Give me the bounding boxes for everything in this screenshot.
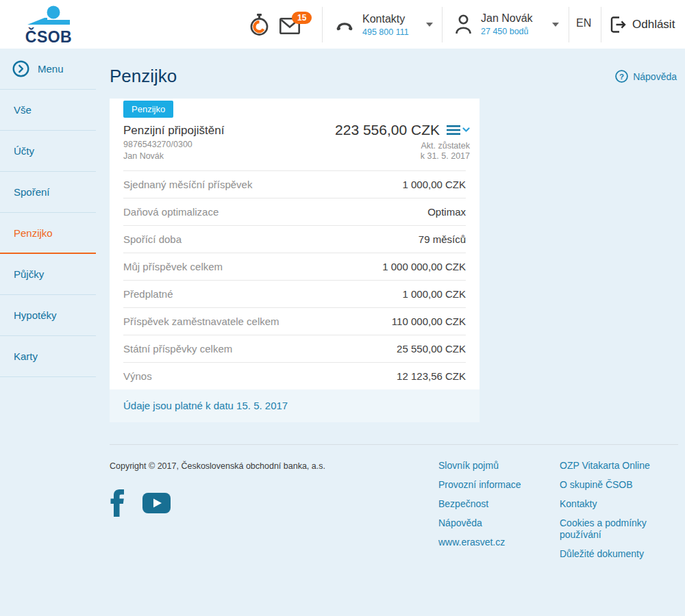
row-label: Předplatné: [123, 288, 173, 300]
csob-logo-figure-icon: [26, 5, 71, 26]
row-value: 1 000 000,00 CZK: [382, 261, 466, 272]
sidebar-item-ucty[interactable]: Účty: [0, 131, 96, 172]
row-label: Spořící doba: [123, 233, 182, 245]
detail-row: Výnos 12 123,56 CZK: [123, 362, 466, 389]
card-header: Penzijní připojištění 9876543270/0300 Ja…: [110, 118, 480, 170]
help-label: Nápověda: [633, 71, 677, 82]
csob-logo-text: ČSOB: [25, 29, 73, 45]
row-value: 79 měsíců: [419, 233, 466, 245]
sidebar-item-label: Půjčky: [14, 268, 44, 280]
sidebar-item-hypoteky[interactable]: Hypotéky: [0, 295, 96, 336]
row-value: 110 000,00 CZK: [392, 316, 466, 327]
footer: Copyright © 2017, Československá obchodn…: [110, 444, 678, 567]
footer-link[interactable]: Kontakty: [560, 498, 678, 510]
sidebar-item-pujcky[interactable]: Půjčky: [0, 254, 96, 295]
footer-links-column-2: OZP Vitakarta Online O skupině ČSOB Kont…: [560, 445, 678, 567]
inbox-messages-button[interactable]: 15: [279, 12, 315, 36]
detail-rows: Sjednaný měsíční příspěvek 1 000,00 CZK …: [110, 170, 480, 389]
footer-link[interactable]: Slovník pojmů: [438, 460, 560, 472]
header-divider: [601, 7, 601, 42]
balance-caption-date: k 31. 5. 2017: [421, 151, 470, 162]
sidebar-item-sporeni[interactable]: Spoření: [0, 172, 96, 213]
menu-expand-icon: [12, 60, 29, 77]
footer-link[interactable]: Bezpečnost: [438, 498, 560, 510]
sidebar-item-label: Účty: [14, 145, 34, 157]
footer-link[interactable]: Důležité dokumenty: [560, 548, 678, 560]
footer-left: Copyright © 2017, Československá obchodn…: [110, 445, 438, 567]
sidebar-item-penzijko[interactable]: Penzijko: [0, 213, 96, 254]
row-label: Příspěvek zaměstnavatele celkem: [123, 316, 279, 327]
facebook-icon[interactable]: [110, 489, 125, 517]
language-switch[interactable]: EN: [576, 17, 591, 29]
unread-count-badge: 15: [292, 12, 312, 24]
footer-link[interactable]: O skupině ČSOB: [560, 479, 678, 491]
contacts-phone-number: 495 800 111: [362, 27, 409, 37]
row-value: 1 000,00 CZK: [402, 179, 466, 190]
validity-note: Údaje jsou platné k datu 15. 5. 2017: [110, 389, 480, 422]
sidebar-menu-label: Menu: [38, 63, 64, 75]
logout-icon: [610, 16, 627, 34]
help-link[interactable]: ? Nápověda: [615, 70, 677, 83]
user-name: Jan Novák: [481, 12, 533, 25]
row-label: Výnos: [123, 370, 152, 382]
sidebar-item-label: Hypotéky: [14, 309, 57, 321]
user-menu-dropdown[interactable]: Jan Novák 27 450 bodů: [455, 12, 533, 37]
detail-row: Sjednaný měsíční příspěvek 1 000,00 CZK: [123, 170, 466, 198]
hamburger-icon: [447, 125, 460, 136]
detail-row: Předplatné 1 000,00 CZK: [123, 280, 466, 307]
social-icons: [110, 489, 438, 517]
row-label: Daňová optimalizace: [123, 206, 219, 218]
user-points: 27 450 bodů: [481, 27, 529, 36]
pension-product-card: Penzijko Penzijní připojištění 987654327…: [110, 99, 480, 422]
product-type-badge: Penzijko: [123, 101, 173, 118]
footer-link[interactable]: www.erasvet.cz: [438, 537, 560, 548]
footer-link[interactable]: Nápověda: [438, 517, 560, 529]
sidebar-item-karty[interactable]: Karty: [0, 336, 96, 377]
balance-caption: Akt. zůstatek: [421, 141, 470, 151]
main-content: Penzijko ? Nápověda Penzijko Penzijní př…: [96, 49, 685, 616]
sidebar-item-label: Vše: [14, 104, 32, 116]
header-divider: [442, 7, 443, 42]
user-caret-icon[interactable]: [552, 23, 559, 27]
sidebar-item-label: Spoření: [14, 186, 50, 198]
chevron-down-icon: [462, 127, 470, 133]
csob-logo[interactable]: ČSOB: [25, 5, 73, 45]
card-actions-menu[interactable]: [447, 125, 470, 136]
logout-button[interactable]: Odhlásit: [610, 16, 675, 34]
contacts-dropdown[interactable]: Kontakty 495 800 111: [336, 12, 409, 38]
contacts-caret-icon[interactable]: [426, 23, 433, 27]
row-value: Optimax: [427, 206, 466, 218]
footer-link[interactable]: Provozní informace: [438, 479, 560, 491]
top-header: ČSOB 15 Kontakty: [0, 0, 685, 49]
footer-link[interactable]: Cookies a podmínky používání: [560, 517, 678, 541]
detail-row: Příspěvek zaměstnavatele celkem 110 000,…: [123, 307, 466, 335]
logout-label: Odhlásit: [632, 18, 675, 31]
detail-row: Spořící doba 79 měsíců: [123, 225, 466, 253]
sidebar-menu-toggle[interactable]: Menu: [0, 49, 96, 90]
balance-block: 223 556,00 CZK Akt. zůsta: [335, 122, 470, 162]
copyright-text: Copyright © 2017, Československá obchodn…: [110, 461, 438, 471]
footer-links-column-1: Slovník pojmů Provozní informace Bezpečn…: [438, 445, 560, 567]
detail-row: Daňová optimalizace Optimax: [123, 198, 466, 225]
sidebar-item-label: Karty: [14, 350, 38, 362]
session-timer-icon[interactable]: [249, 14, 269, 39]
detail-row: Státní příspěvky celkem 25 550,00 CZK: [123, 335, 466, 362]
phone-icon: [336, 18, 353, 32]
row-value: 1 000,00 CZK: [402, 288, 466, 300]
svg-text:?: ?: [619, 73, 624, 81]
row-label: Můj příspěvek celkem: [123, 261, 223, 272]
page: ČSOB 15 Kontakty: [0, 0, 685, 616]
sidebar: Menu Vše Účty Spoření Penzijko Půjčky Hy…: [0, 49, 96, 616]
balance-amount: 223 556,00 CZK: [335, 122, 440, 138]
question-circle-icon: ?: [615, 70, 628, 83]
user-icon: [455, 14, 472, 34]
header-divider: [569, 7, 569, 42]
sidebar-item-vse[interactable]: Vše: [0, 90, 96, 131]
contacts-label: Kontakty: [362, 12, 409, 25]
row-value: 12 123,56 CZK: [397, 370, 466, 382]
youtube-icon[interactable]: [142, 493, 171, 513]
row-label: Sjednaný měsíční příspěvek: [123, 179, 252, 190]
detail-row: Můj příspěvek celkem 1 000 000,00 CZK: [123, 253, 466, 280]
footer-link[interactable]: OZP Vitakarta Online: [560, 460, 678, 472]
header-divider: [322, 7, 323, 42]
